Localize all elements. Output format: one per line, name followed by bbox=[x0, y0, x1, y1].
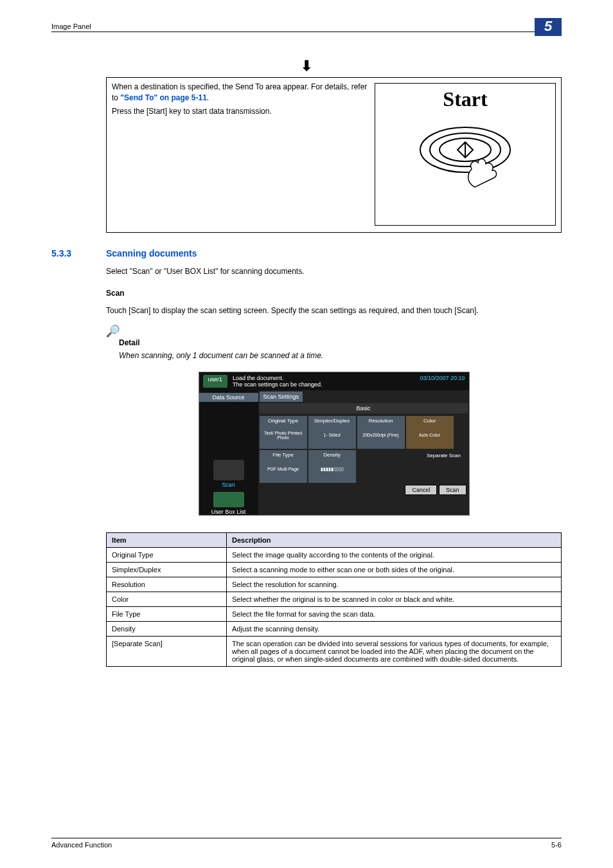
shot-basic: Basic bbox=[260, 403, 468, 413]
send-to-link[interactable]: "Send To" on page 5-11 bbox=[120, 93, 207, 102]
shot-user: user1 bbox=[203, 375, 228, 388]
th-item: Item bbox=[107, 532, 227, 547]
shot-datetime: 03/10/2007 20:19 bbox=[420, 375, 465, 388]
cell-item: Original Type bbox=[107, 547, 227, 562]
down-arrow-icon: ⬇ bbox=[51, 58, 562, 75]
table-row: Simplex/DuplexSelect a scanning mode to … bbox=[107, 562, 562, 577]
cell-desc: Select a scanning mode to either scan on… bbox=[227, 562, 562, 577]
table-row: Original TypeSelect the image quality ac… bbox=[107, 547, 562, 562]
shot-separate-scan: Separate Scan bbox=[420, 450, 468, 483]
heading-number: 5.3.3 bbox=[51, 248, 106, 258]
table-row: DensityAdjust the scanning density. bbox=[107, 621, 562, 636]
cell-item: Resolution bbox=[107, 577, 227, 592]
flow-line1b: . bbox=[207, 93, 209, 102]
shot-v-res: 200x200dpi (Fine) bbox=[357, 424, 405, 447]
cell-desc: Select the image quality according to th… bbox=[227, 547, 562, 562]
cell-desc: The scan operation can be divided into s… bbox=[227, 636, 562, 666]
shot-userbox-icon bbox=[213, 492, 244, 507]
heading-title: Scanning documents bbox=[106, 248, 197, 258]
th-desc: Description bbox=[227, 532, 562, 547]
shot-scan-icon bbox=[213, 460, 244, 480]
shot-v-orig: Text/ Photo Printed Photo bbox=[260, 424, 307, 447]
cell-item: Color bbox=[107, 592, 227, 606]
shot-cancel-button: Cancel bbox=[405, 485, 437, 495]
cell-item: [Separate Scan] bbox=[107, 636, 227, 666]
page-footer: Advanced Function 5-6 bbox=[51, 838, 562, 849]
shot-v-col: Auto Color bbox=[406, 424, 454, 447]
cell-item: Density bbox=[107, 621, 227, 636]
intro-text: Select "Scan" or "User BOX List" for sca… bbox=[106, 266, 562, 277]
shot-h-orig: Original Type bbox=[260, 418, 307, 424]
running-header: Image Panel bbox=[51, 23, 562, 32]
shot-scan-label: Scan bbox=[199, 482, 258, 488]
table-row: ColorSelect whether the original is to b… bbox=[107, 592, 562, 606]
cell-item: File Type bbox=[107, 606, 227, 621]
shot-h-simp: Simplex/Duplex bbox=[308, 418, 356, 424]
table-row: File TypeSelect the file format for savi… bbox=[107, 606, 562, 621]
start-label: Start bbox=[375, 87, 555, 111]
shot-h-col: Color bbox=[406, 418, 454, 424]
cell-desc: Select whether the original is to be sca… bbox=[227, 592, 562, 606]
scan-settings-screenshot: user1 Load the document. The scan settin… bbox=[199, 372, 470, 516]
detail-body: When scanning, only 1 document can be sc… bbox=[119, 351, 562, 360]
cell-desc: Select the file format for saving the sc… bbox=[227, 606, 562, 621]
shot-h-res: Resolution bbox=[357, 418, 405, 424]
footer-right: 5-6 bbox=[551, 841, 562, 849]
scan-subhead: Scan bbox=[106, 289, 562, 298]
shot-h-den: Density bbox=[308, 452, 356, 458]
shot-tab-settings: Scan Settings bbox=[260, 392, 303, 402]
shot-v-ft: PDF Multi Page bbox=[260, 458, 307, 481]
running-header-section: Image Panel bbox=[51, 23, 91, 30]
cell-desc: Select the resolution for scanning. bbox=[227, 577, 562, 592]
table-row: ResolutionSelect the resolution for scan… bbox=[107, 577, 562, 592]
start-button-figure: Start bbox=[375, 83, 556, 226]
shot-h-ft: File Type bbox=[260, 452, 307, 458]
footer-left: Advanced Function bbox=[51, 841, 112, 849]
flow-step-box: Start When a destination is specified, t… bbox=[106, 77, 562, 233]
shot-userbox-label: User Box List bbox=[199, 509, 258, 515]
shot-msg2: The scan settings can be changed. bbox=[233, 381, 323, 388]
magnifier-icon: 🔍 bbox=[106, 324, 120, 338]
cell-item: Simplex/Duplex bbox=[107, 562, 227, 577]
shot-msg1: Load the document. bbox=[233, 375, 284, 381]
detail-label: Detail bbox=[119, 338, 562, 347]
shot-data-source: Data Source bbox=[199, 393, 258, 402]
shot-v-simp: 1- Sided bbox=[308, 424, 356, 447]
chapter-tab: 5 bbox=[535, 18, 562, 36]
shot-scan-button: Scan bbox=[439, 485, 466, 495]
cell-desc: Adjust the scanning density. bbox=[227, 621, 562, 636]
settings-description-table: Item Description Original TypeSelect the… bbox=[106, 532, 562, 667]
scan-body: Touch [Scan] to display the scan setting… bbox=[106, 305, 562, 316]
table-row: [Separate Scan]The scan operation can be… bbox=[107, 636, 562, 666]
